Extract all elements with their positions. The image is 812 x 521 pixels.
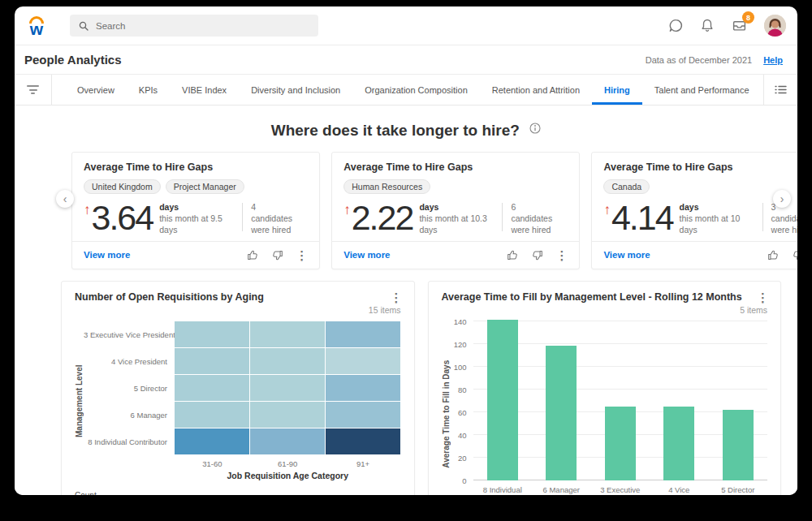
bar-0[interactable]	[487, 320, 518, 480]
thumbs-up-icon[interactable]	[767, 249, 780, 261]
global-search[interactable]	[70, 15, 318, 37]
filter-chip[interactable]: United Kingdom	[84, 179, 161, 194]
heatmap-cell[interactable]	[326, 348, 400, 374]
heatmap-cell[interactable]	[175, 428, 249, 454]
inbox-icon[interactable]: 8	[731, 18, 748, 33]
search-input[interactable]	[96, 21, 310, 31]
tab-hiring[interactable]: Hiring	[592, 75, 642, 105]
heatmap-cell[interactable]	[175, 402, 249, 428]
top-bar: w 8	[15, 6, 797, 45]
view-more-link[interactable]: View more	[343, 250, 390, 260]
tab-retention-and-attrition[interactable]: Retention and Attrition	[480, 75, 592, 105]
bar-2[interactable]	[605, 407, 636, 480]
thumbs-up-icon[interactable]	[247, 249, 259, 261]
tab-bar: Overview KPIs VIBE Index Diversity and I…	[15, 75, 797, 105]
workday-logo[interactable]: w	[24, 16, 49, 36]
heatmap-cell[interactable]	[175, 321, 249, 347]
heatmap-col-label: 31-60	[175, 459, 250, 468]
heatmap-cell[interactable]	[250, 428, 325, 454]
y-tick-label: 60	[458, 407, 467, 416]
bar-x-label: 8 Individual Contributor	[473, 485, 533, 495]
kebab-menu-icon[interactable]: ⋮	[391, 291, 403, 304]
heatmap-row-label: 4 Vice President	[84, 348, 175, 375]
bar-column	[532, 321, 591, 480]
tab-talent-and-performance[interactable]: Talent and Performance	[642, 75, 762, 105]
bar-plot	[473, 321, 768, 480]
y-tick-label: 0	[462, 476, 466, 484]
heatmap-cell[interactable]	[250, 321, 325, 347]
inbox-badge: 8	[742, 11, 754, 24]
heatmap-x-axis-title: Job Requisition Age Category	[175, 471, 401, 480]
heatmap-cell[interactable]	[326, 428, 400, 454]
thumbs-down-icon[interactable]	[792, 249, 797, 261]
view-more-link[interactable]: View more	[84, 250, 130, 260]
heatmap-col-labels: 31-6061-9091+	[175, 459, 401, 468]
filter-chip[interactable]: Human Resources	[343, 179, 430, 194]
kebab-menu-icon[interactable]: ⋮	[555, 249, 568, 261]
section-heading: Where does it take longer to hire?	[15, 105, 797, 140]
thumbs-down-icon[interactable]	[271, 249, 283, 261]
carousel-next-button[interactable]: ›	[773, 190, 791, 208]
kpi-cards-row: Average Time to Hire Gaps United Kingdom…	[71, 152, 770, 269]
help-link[interactable]: Help	[763, 55, 783, 65]
kebab-menu-icon[interactable]: ⋮	[296, 249, 308, 261]
bar-columns	[473, 321, 768, 480]
thumbs-down-icon[interactable]	[531, 249, 543, 261]
trend-up-arrow-icon: ↑	[603, 203, 611, 217]
tab-overview[interactable]: Overview	[65, 75, 127, 105]
chart-title: Average Time to Fill by Management Level…	[442, 291, 768, 303]
y-tick-label: 100	[454, 362, 467, 371]
heatmap-cell[interactable]	[175, 375, 249, 401]
bar-y-axis-title: Average Time to Fill in Days	[442, 321, 451, 495]
filter-icon[interactable]	[15, 75, 52, 105]
bar-x-label: 6 Manager	[532, 485, 591, 495]
heatmap-grid	[175, 321, 401, 455]
bar-column	[591, 321, 650, 480]
heatmap-cell[interactable]	[250, 375, 325, 401]
info-icon[interactable]	[529, 123, 541, 134]
carousel-prev-button[interactable]: ‹	[56, 190, 74, 208]
tab-diversity-and-inclusion[interactable]: Diversity and Inclusion	[239, 75, 352, 105]
bar-1[interactable]	[546, 346, 577, 480]
heatmap-cell[interactable]	[326, 402, 400, 428]
bar-chart-card: Average Time to Fill by Management Level…	[428, 281, 782, 495]
divider	[762, 203, 763, 231]
heatmap-row-labels: 3 Executive Vice President4 Vice Preside…	[84, 321, 175, 455]
kpi-card-human-resources: Average Time to Hire Gaps Human Resource…	[331, 152, 580, 269]
tab-vibe-index[interactable]: VIBE Index	[170, 75, 239, 105]
heatmap-card: Number of Open Requisitions by Aging ⋮ 1…	[61, 281, 415, 495]
bar-x-label: 4 Vice President	[650, 485, 709, 495]
data-as-of-label: Data as of December 2021	[646, 55, 752, 65]
filter-chip[interactable]: Project Manager	[166, 179, 244, 194]
view-more-link[interactable]: View more	[603, 250, 650, 260]
y-tick-label: 20	[458, 453, 467, 462]
bar-3[interactable]	[663, 407, 694, 480]
page-header: People Analytics Data as of December 202…	[15, 45, 797, 75]
kebab-menu-icon[interactable]: ⋮	[757, 291, 769, 304]
heatmap-cell[interactable]	[250, 402, 325, 428]
bar-column	[709, 321, 768, 480]
tab-kpis[interactable]: KPIs	[127, 75, 170, 105]
bar-4[interactable]	[723, 410, 754, 480]
heatmap-cell[interactable]	[326, 375, 400, 401]
chat-icon[interactable]	[668, 18, 684, 33]
kpi-card-title: Average Time to Hire Gaps	[84, 161, 308, 173]
heatmap-cell[interactable]	[175, 348, 249, 374]
filter-chip[interactable]: Canada	[603, 179, 650, 194]
kpi-value: 2.22	[352, 201, 413, 235]
tab-organization-composition[interactable]: Organization Composition	[352, 75, 480, 105]
heatmap-cell[interactable]	[326, 321, 400, 347]
kpi-card-title: Average Time to Hire Gaps	[603, 161, 797, 173]
trend-up-arrow-icon: ↑	[343, 203, 351, 217]
list-view-icon[interactable]	[763, 75, 797, 105]
bar-column	[473, 321, 533, 480]
heatmap-legend-label: Count	[75, 491, 401, 495]
heatmap-cell[interactable]	[250, 348, 325, 374]
user-avatar[interactable]	[764, 15, 786, 37]
heatmap-row-label: 8 Individual Contributor	[84, 428, 175, 455]
kpi-value: 3.64	[92, 201, 153, 235]
heatmap-y-axis-title: Management Level	[75, 321, 84, 480]
notifications-bell-icon[interactable]	[700, 18, 715, 33]
thumbs-up-icon[interactable]	[507, 249, 519, 261]
items-count: 15 items	[75, 305, 401, 315]
